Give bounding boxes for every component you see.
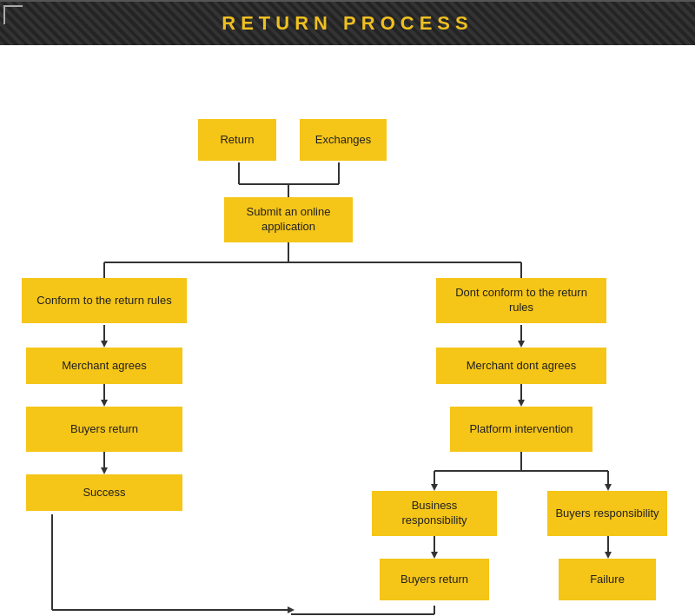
diagram: Return Exchanges Submit an online applic…: [0, 45, 695, 616]
header-title: RETURN PROCESS: [222, 12, 473, 35]
svg-marker-35: [605, 552, 612, 559]
svg-marker-28: [431, 484, 438, 491]
return-box: Return: [198, 119, 276, 161]
failure-box: Failure: [559, 559, 656, 600]
header: RETURN PROCESS: [0, 0, 695, 45]
svg-marker-15: [101, 400, 108, 407]
buyers-return-right-box: Buyers return: [380, 559, 489, 600]
buyers-return-left-box: Buyers return: [26, 407, 182, 452]
svg-marker-24: [518, 400, 525, 407]
success-box: Success: [26, 474, 182, 511]
platform-box: Platform intervention: [450, 407, 592, 452]
conform-box: Conform to the return rules: [22, 278, 187, 323]
svg-marker-20: [288, 606, 295, 613]
svg-marker-33: [431, 552, 438, 559]
exchanges-box: Exchanges: [300, 119, 387, 161]
svg-marker-13: [101, 341, 108, 348]
merchant-dont-box: Merchant dont agrees: [436, 348, 606, 384]
merchant-agrees-box: Merchant agrees: [26, 348, 182, 384]
buyers-resp-box: Buyers responsibility: [547, 491, 667, 536]
dont-conform-box: Dont conform to the return rules: [436, 278, 606, 323]
submit-box: Submit an online application: [224, 197, 353, 242]
svg-marker-17: [101, 467, 108, 474]
svg-marker-31: [605, 484, 612, 491]
business-resp-box: Business responsibility: [372, 491, 497, 536]
svg-marker-22: [518, 341, 525, 348]
